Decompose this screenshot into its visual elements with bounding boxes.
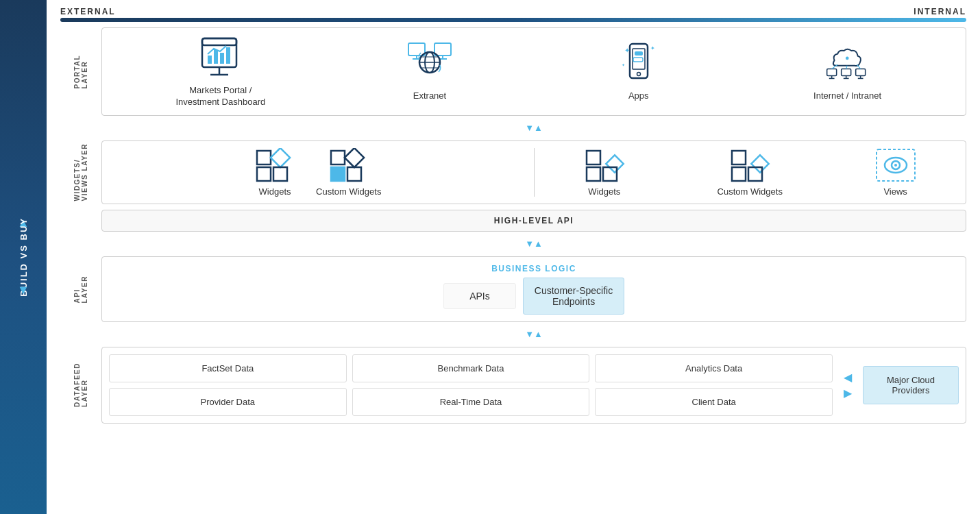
datafeed-layer-box: FactSet Data Benchmark Data Analytics Da… <box>101 347 966 424</box>
apps-item: ✦ ✦ ✦ Apps <box>594 40 683 102</box>
custom-widgets-left-item: Custom Widgets <box>316 148 381 197</box>
custom-widgets-right-item: Custom Widgets <box>718 148 783 197</box>
widgets-layer-label: WIDGETS/VIEWS LAYER <box>60 140 101 204</box>
svg-rect-47 <box>345 148 364 167</box>
cloud-network-icon <box>824 40 872 85</box>
widgets-left-label: Widgets <box>259 186 291 197</box>
high-level-api-row: HIGH-LEVEL API <box>60 210 966 232</box>
svg-rect-3 <box>214 50 218 64</box>
datafeed-arrow: ◀ ▶ <box>838 371 857 400</box>
svg-text:✦: ✦ <box>624 47 630 54</box>
extranet-item: Extranet <box>385 40 474 102</box>
svg-rect-42 <box>257 151 271 164</box>
svg-rect-50 <box>587 151 600 164</box>
client-data-cell: Client Data <box>595 388 833 416</box>
internal-label: INTERNAL <box>914 7 966 16</box>
api-layer-box: BUSINESS LOGIC APIs Customer-Specific En… <box>101 256 966 322</box>
views-item: Views <box>875 148 916 197</box>
portal-layer-box: Markets Portal /Investment Dashboard <box>101 27 966 116</box>
phone-icon: ✦ ✦ ✦ <box>615 40 663 85</box>
svg-rect-49 <box>347 167 361 181</box>
internet-intranet-label: Internet / Intranet <box>813 90 881 102</box>
svg-rect-48 <box>331 167 345 181</box>
external-label: EXTERNAL <box>60 7 116 16</box>
widgets-layer-box: Widgets Custom Widgets <box>101 140 966 204</box>
svg-rect-5 <box>226 47 230 64</box>
svg-rect-56 <box>732 167 746 181</box>
svg-rect-55 <box>752 155 769 172</box>
extranet-label: Extranet <box>413 90 446 102</box>
markets-portal-label: Markets Portal /Investment Dashboard <box>175 85 265 108</box>
svg-rect-1 <box>202 38 236 45</box>
apis-cell: APIs <box>443 283 516 309</box>
svg-point-61 <box>894 164 897 167</box>
views-label: Views <box>883 186 907 197</box>
business-logic-label: BUSINESS LOGIC <box>491 264 576 273</box>
sidebar: ▲ BUILD vs BUY ▼ <box>0 0 47 514</box>
datafeed-layer-row: DATAFEEDLAYER FactSet Data Benchmark Dat… <box>60 347 966 424</box>
endpoints-cell: Customer-Specific Endpoints <box>523 278 624 315</box>
custom-widgets-right-label: Custom Widgets <box>718 186 783 197</box>
svg-rect-30 <box>826 69 836 76</box>
svg-rect-43 <box>271 148 290 167</box>
svg-rect-54 <box>732 151 746 164</box>
svg-point-29 <box>845 57 848 60</box>
portal-layer-row: PORTALLAYER <box>60 27 966 116</box>
svg-rect-25 <box>633 58 643 62</box>
svg-rect-46 <box>331 151 345 164</box>
widgets-right-section: Widgets Custom Widgets <box>535 148 966 197</box>
svg-rect-36 <box>855 69 865 76</box>
connector-1: ▼▲ <box>60 121 966 135</box>
gradient-line <box>60 18 966 22</box>
api-layer-row: APILAYER BUSINESS LOGIC APIs Customer-Sp… <box>60 256 966 322</box>
svg-rect-12 <box>434 43 451 56</box>
top-bar: EXTERNAL INTERNAL <box>47 0 980 18</box>
svg-rect-45 <box>273 167 287 181</box>
api-layer-label: APILAYER <box>60 256 101 322</box>
markets-portal-item: Markets Portal /Investment Dashboard <box>175 35 265 108</box>
svg-text:✦: ✦ <box>650 45 655 51</box>
widgets-left-item: Widgets <box>254 148 295 197</box>
custom-widgets-left-label: Custom Widgets <box>316 186 381 197</box>
svg-rect-57 <box>748 167 762 181</box>
svg-rect-52 <box>587 167 600 181</box>
widgets-right-label: Widgets <box>588 186 620 197</box>
svg-rect-24 <box>635 51 643 56</box>
chart-icon <box>197 35 245 79</box>
benchmark-data-cell: Benchmark Data <box>352 354 590 382</box>
svg-rect-8 <box>408 43 425 56</box>
main-content: EXTERNAL INTERNAL PORTALLAYER <box>47 0 980 514</box>
high-level-api-bar: HIGH-LEVEL API <box>101 210 966 232</box>
svg-rect-0 <box>202 38 236 67</box>
svg-rect-4 <box>220 53 224 64</box>
content-area: PORTALLAYER <box>47 27 980 514</box>
globe-icon <box>406 40 454 85</box>
svg-rect-53 <box>603 167 617 181</box>
svg-text:✦: ✦ <box>622 63 625 67</box>
connector-3: ▼▲ <box>60 328 966 341</box>
major-cloud-providers-cell: Major CloudProviders <box>863 366 959 404</box>
widgets-right-item: Widgets <box>584 148 625 197</box>
arrow-down-icon: ▼ <box>17 283 29 297</box>
svg-rect-33 <box>841 69 850 76</box>
factset-data-cell: FactSet Data <box>109 354 347 382</box>
widgets-left-section: Widgets Custom Widgets <box>102 148 535 197</box>
widgets-layer-row: WIDGETS/VIEWS LAYER Widgets <box>60 140 966 204</box>
provider-data-cell: Provider Data <box>109 388 347 416</box>
apps-label: Apps <box>628 90 649 102</box>
svg-rect-51 <box>606 155 623 172</box>
api-endpoints-row: APIs Customer-Specific Endpoints <box>443 278 624 315</box>
connector-2: ▼▲ <box>60 237 966 251</box>
svg-point-23 <box>637 73 640 76</box>
svg-rect-44 <box>257 167 271 181</box>
analytics-data-cell: Analytics Data <box>595 354 833 382</box>
internet-intranet-item: Internet / Intranet <box>803 40 892 102</box>
realtime-data-cell: Real-Time Data <box>352 388 590 416</box>
portal-layer-label: PORTALLAYER <box>60 27 101 116</box>
datafeed-grid: FactSet Data Benchmark Data Analytics Da… <box>109 354 833 416</box>
datafeed-layer-label: DATAFEEDLAYER <box>60 347 101 424</box>
svg-rect-2 <box>208 56 212 64</box>
